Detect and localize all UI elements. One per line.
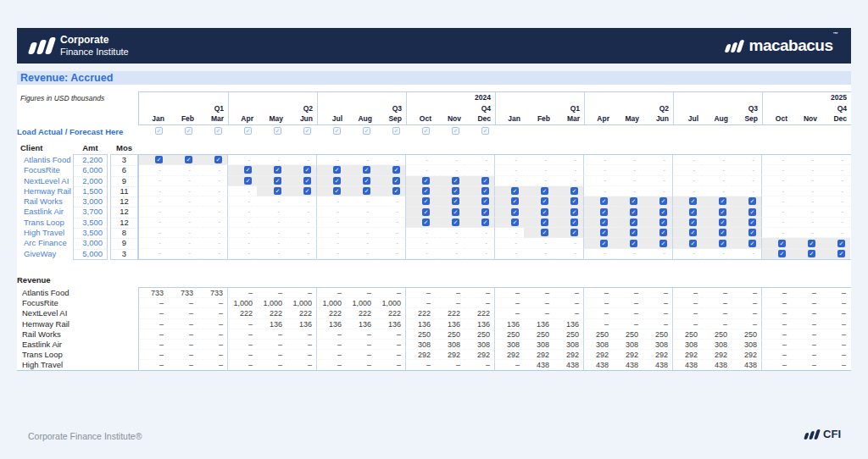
- schedule-checkbox-checked[interactable]: [244, 166, 252, 174]
- schedule-checkbox-checked[interactable]: [748, 218, 756, 226]
- schedule-checkbox-checked[interactable]: [689, 229, 697, 236]
- schedule-checkbox-checked[interactable]: [630, 229, 637, 236]
- schedule-checkbox-checked[interactable]: [748, 208, 756, 216]
- load-checkbox-checked[interactable]: [481, 127, 489, 135]
- schedule-checkbox-checked[interactable]: [541, 197, 548, 205]
- schedule-checkbox-checked[interactable]: [748, 240, 756, 247]
- client-months-cell[interactable]: 8: [111, 228, 137, 239]
- schedule-checkbox-checked[interactable]: [541, 187, 548, 195]
- load-checkbox-checked[interactable]: [244, 127, 252, 135]
- schedule-checkbox-checked[interactable]: [689, 208, 697, 216]
- schedule-checkbox-checked[interactable]: [274, 177, 281, 185]
- schedule-checkbox-checked[interactable]: [719, 218, 726, 226]
- schedule-checkbox-checked[interactable]: [719, 240, 726, 247]
- schedule-checkbox-checked[interactable]: [630, 197, 637, 205]
- schedule-checkbox-checked[interactable]: [422, 197, 430, 205]
- schedule-checkbox-checked[interactable]: [570, 229, 578, 236]
- schedule-checkbox-checked[interactable]: [719, 208, 726, 216]
- schedule-checkbox-checked[interactable]: [630, 240, 637, 247]
- schedule-checkbox-checked[interactable]: [600, 218, 608, 226]
- schedule-checkbox-checked[interactable]: [659, 229, 667, 236]
- load-checkbox-checked[interactable]: [333, 127, 341, 135]
- schedule-checkbox-checked[interactable]: [422, 187, 430, 195]
- client-months-cell[interactable]: 12: [111, 218, 137, 229]
- schedule-checkbox-checked[interactable]: [214, 156, 222, 163]
- client-months-cell[interactable]: 9: [111, 238, 137, 249]
- load-checkbox-checked[interactable]: [214, 127, 222, 135]
- schedule-checkbox-checked[interactable]: [541, 229, 548, 236]
- client-months-cell[interactable]: 3: [111, 249, 137, 260]
- schedule-checkbox-checked[interactable]: [600, 229, 608, 236]
- client-months-cell[interactable]: 3: [111, 155, 137, 166]
- schedule-checkbox-checked[interactable]: [837, 250, 845, 257]
- schedule-checkbox-checked[interactable]: [689, 240, 697, 247]
- schedule-checkbox-checked[interactable]: [422, 208, 430, 216]
- schedule-checkbox-checked[interactable]: [570, 208, 578, 216]
- schedule-checkbox-checked[interactable]: [392, 177, 400, 185]
- schedule-checkbox-checked[interactable]: [481, 197, 489, 205]
- client-amount-cell[interactable]: 6,000: [74, 165, 107, 176]
- load-checkbox-checked[interactable]: [155, 127, 163, 135]
- load-checkbox-checked[interactable]: [274, 127, 281, 135]
- client-amount-cell[interactable]: 1,500: [74, 186, 107, 197]
- schedule-checkbox-checked[interactable]: [659, 240, 667, 247]
- client-months-cell[interactable]: 11: [111, 186, 137, 197]
- schedule-checkbox-checked[interactable]: [689, 197, 697, 205]
- schedule-checkbox-checked[interactable]: [185, 156, 192, 163]
- schedule-checkbox-checked[interactable]: [511, 187, 519, 195]
- load-checkbox-checked[interactable]: [452, 127, 459, 135]
- schedule-checkbox-checked[interactable]: [481, 187, 489, 195]
- schedule-checkbox-checked[interactable]: [808, 250, 815, 257]
- schedule-checkbox-checked[interactable]: [333, 177, 341, 185]
- schedule-checkbox-checked[interactable]: [630, 208, 637, 216]
- schedule-checkbox-checked[interactable]: [600, 208, 608, 216]
- client-months-cell[interactable]: 12: [111, 207, 137, 218]
- schedule-checkbox-checked[interactable]: [659, 208, 667, 216]
- schedule-checkbox-checked[interactable]: [422, 177, 430, 185]
- schedule-checkbox-checked[interactable]: [511, 218, 519, 226]
- schedule-checkbox-checked[interactable]: [778, 240, 786, 247]
- schedule-checkbox-checked[interactable]: [303, 187, 311, 195]
- schedule-checkbox-checked[interactable]: [452, 197, 459, 205]
- schedule-checkbox-checked[interactable]: [659, 197, 667, 205]
- client-amount-cell[interactable]: 3,500: [74, 218, 107, 229]
- schedule-checkbox-checked[interactable]: [392, 187, 400, 195]
- schedule-checkbox-checked[interactable]: [392, 166, 400, 174]
- schedule-checkbox-checked[interactable]: [244, 177, 252, 185]
- schedule-checkbox-checked[interactable]: [570, 187, 578, 195]
- schedule-checkbox-checked[interactable]: [511, 208, 519, 216]
- schedule-checkbox-checked[interactable]: [600, 197, 608, 205]
- load-checkbox-checked[interactable]: [185, 127, 192, 135]
- client-months-cell[interactable]: 6: [111, 165, 137, 176]
- schedule-checkbox-checked[interactable]: [481, 218, 489, 226]
- schedule-checkbox-checked[interactable]: [363, 166, 370, 174]
- schedule-checkbox-checked[interactable]: [452, 187, 459, 195]
- schedule-checkbox-checked[interactable]: [659, 218, 667, 226]
- schedule-checkbox-checked[interactable]: [570, 218, 578, 226]
- schedule-checkbox-checked[interactable]: [748, 197, 756, 205]
- schedule-checkbox-checked[interactable]: [422, 218, 430, 226]
- client-amount-cell[interactable]: 3,500: [74, 228, 107, 239]
- schedule-checkbox-checked[interactable]: [541, 208, 548, 216]
- schedule-checkbox-checked[interactable]: [719, 229, 726, 236]
- schedule-checkbox-checked[interactable]: [630, 218, 637, 226]
- schedule-checkbox-checked[interactable]: [363, 187, 370, 195]
- schedule-checkbox-checked[interactable]: [600, 240, 608, 247]
- client-amount-cell[interactable]: 2,200: [74, 155, 107, 166]
- schedule-checkbox-checked[interactable]: [541, 218, 548, 226]
- load-checkbox-checked[interactable]: [363, 127, 370, 135]
- schedule-checkbox-checked[interactable]: [511, 197, 519, 205]
- client-amount-cell[interactable]: 3,000: [74, 196, 107, 207]
- schedule-checkbox-checked[interactable]: [778, 250, 786, 257]
- schedule-checkbox-checked[interactable]: [303, 166, 311, 174]
- schedule-checkbox-checked[interactable]: [748, 229, 756, 236]
- schedule-checkbox-checked[interactable]: [481, 177, 489, 185]
- schedule-checkbox-checked[interactable]: [719, 197, 726, 205]
- client-months-cell[interactable]: 9: [111, 176, 137, 187]
- schedule-checkbox-checked[interactable]: [689, 218, 697, 226]
- schedule-checkbox-checked[interactable]: [808, 240, 815, 247]
- schedule-checkbox-checked[interactable]: [363, 177, 370, 185]
- client-amount-cell[interactable]: 3,700: [74, 207, 107, 218]
- schedule-checkbox-checked[interactable]: [333, 187, 341, 195]
- schedule-checkbox-checked[interactable]: [837, 240, 845, 247]
